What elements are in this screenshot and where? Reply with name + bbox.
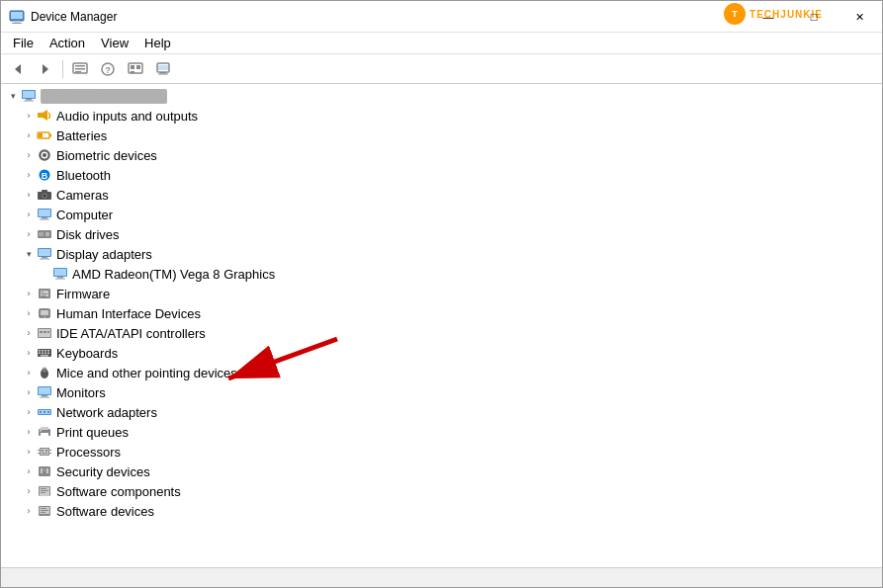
firmware-label: Firmware (56, 287, 110, 301)
print-icon (37, 424, 52, 440)
audio-label: Audio inputs and outputs (56, 109, 198, 124)
svg-rect-89 (47, 411, 49, 413)
toolbar: ? (1, 54, 882, 84)
svg-rect-110 (40, 494, 49, 496)
svg-rect-71 (44, 350, 46, 352)
cameras-icon (37, 187, 52, 203)
svg-rect-23 (24, 101, 34, 102)
svg-rect-27 (49, 134, 51, 137)
status-bar (1, 567, 882, 587)
print-chevron: › (21, 424, 37, 440)
svg-rect-102 (49, 450, 51, 451)
tree-item-swcomponents[interactable]: › Software components (1, 481, 882, 501)
menu-view[interactable]: View (93, 34, 136, 52)
display-button[interactable] (150, 57, 176, 81)
svg-marker-5 (43, 64, 48, 74)
content-wrapper: ▾ DESKTOP-XXXXXXX › (1, 84, 882, 567)
tree-item-hid[interactable]: › Human Interface Devices (1, 303, 882, 323)
tree-item-monitors[interactable]: › Monitors (1, 382, 882, 402)
tree-item-disk[interactable]: › Disk drives (1, 224, 882, 244)
tree-item-audio[interactable]: › Audio inputs and outputs (1, 106, 882, 126)
svg-rect-13 (131, 65, 134, 69)
computer-label: Computer (56, 208, 113, 222)
display-label: Display adapters (56, 247, 152, 262)
svg-rect-49 (42, 257, 47, 259)
tree-root[interactable]: ▾ DESKTOP-XXXXXXX (1, 86, 882, 106)
disk-label: Disk drives (56, 227, 120, 242)
tree-item-firmware[interactable]: › Firmware (1, 284, 882, 303)
svg-rect-77 (41, 355, 48, 357)
processors-label: Processors (56, 445, 121, 460)
close-button[interactable]: ✕ (837, 1, 882, 33)
bluetooth-icon: B (37, 167, 52, 183)
title-bar: Device Manager T TECHJUNKIE — □ ✕ (1, 1, 882, 33)
tree-item-cameras[interactable]: › Cameras (1, 185, 882, 205)
hid-label: Human Interface Devices (56, 306, 201, 321)
svg-rect-65 (40, 331, 43, 333)
tree-item-biometric[interactable]: › Biometric devices (1, 145, 882, 165)
svg-rect-22 (26, 99, 32, 101)
menu-action[interactable]: Action (42, 34, 93, 52)
cameras-label: Cameras (56, 188, 109, 203)
svg-rect-41 (40, 219, 49, 220)
tree-item-keyboards[interactable]: › Keyboards (1, 343, 882, 363)
firmware-chevron: › (21, 286, 37, 301)
svg-rect-92 (41, 433, 48, 437)
security-chevron: › (21, 463, 37, 479)
svg-marker-4 (15, 64, 21, 74)
tree-item-mice[interactable]: › Mice and other pointing devices (1, 363, 882, 382)
menu-file[interactable]: File (5, 34, 42, 52)
swcomponents-label: Software components (56, 484, 181, 499)
menu-bar: File Action View Help (1, 33, 882, 54)
svg-rect-83 (42, 395, 47, 397)
svg-rect-48 (39, 249, 50, 256)
forward-button[interactable] (33, 57, 58, 81)
tree-item-batteries[interactable]: › Batteries (1, 126, 882, 145)
svg-point-62 (44, 316, 45, 318)
mice-icon (37, 365, 52, 380)
tree-item-bluetooth[interactable]: › B Bluetooth (1, 165, 882, 185)
help-button[interactable]: ? (95, 57, 121, 81)
svg-rect-46 (39, 235, 44, 236)
batteries-chevron: › (21, 127, 37, 143)
svg-point-30 (43, 153, 46, 157)
tree-item-amd[interactable]: › AMD Radeon(TM) Vega 8 Graphics (1, 264, 882, 284)
maximize-button[interactable]: □ (791, 1, 837, 33)
svg-rect-28 (39, 133, 43, 137)
tree-item-security[interactable]: › Security devices (1, 462, 882, 481)
tree-item-print[interactable]: › Print queues (1, 422, 882, 442)
app-icon (9, 9, 25, 25)
device-tree[interactable]: ▾ DESKTOP-XXXXXXX › (1, 84, 882, 567)
back-button[interactable] (5, 57, 31, 81)
monitors-chevron: › (21, 384, 37, 400)
scan-button[interactable] (123, 57, 148, 81)
processors-icon (37, 444, 52, 460)
biometric-chevron: › (21, 147, 37, 163)
tree-item-network[interactable]: › Network adapters (1, 402, 882, 422)
svg-rect-100 (38, 450, 40, 451)
disk-chevron: › (21, 226, 37, 242)
mice-chevron: › (21, 365, 37, 380)
svg-rect-14 (136, 65, 140, 69)
properties-button[interactable] (67, 57, 93, 81)
mice-label: Mice and other pointing devices (56, 366, 237, 380)
minimize-button[interactable]: — (746, 1, 791, 33)
tree-item-swdevices[interactable]: › Software devices (1, 501, 882, 521)
svg-point-44 (46, 233, 48, 235)
svg-rect-111 (41, 488, 46, 489)
svg-rect-7 (75, 65, 85, 67)
disk-icon (37, 226, 52, 242)
svg-rect-3 (11, 12, 23, 19)
tree-item-ide[interactable]: › IDE ATA/ATAPI controllers (1, 323, 882, 343)
tree-item-processors[interactable]: › Processors (1, 442, 882, 462)
tree-item-display[interactable]: ▾ Display adapters (1, 244, 882, 264)
monitors-label: Monitors (56, 385, 106, 400)
svg-rect-24 (38, 113, 43, 118)
watermark-logo: T (724, 3, 746, 25)
security-label: Security devices (56, 464, 150, 479)
svg-rect-70 (42, 350, 44, 352)
audio-icon (37, 108, 52, 124)
svg-rect-76 (47, 353, 49, 355)
menu-help[interactable]: Help (136, 34, 179, 52)
tree-item-computer[interactable]: › Computer (1, 205, 882, 224)
